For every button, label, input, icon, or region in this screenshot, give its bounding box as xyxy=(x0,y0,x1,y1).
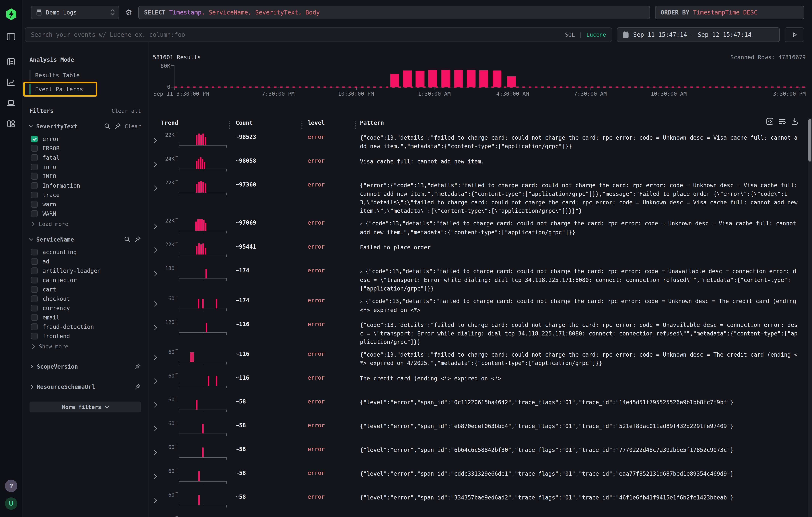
pattern-text[interactable]: {"level":"error","span_id":"334357bae9ed… xyxy=(355,492,806,502)
filter-option[interactable]: cart xyxy=(30,285,141,294)
expand-chevron-icon[interactable] xyxy=(153,516,161,517)
checkbox[interactable] xyxy=(31,323,38,330)
checkbox[interactable] xyxy=(31,164,38,170)
expand-chevron-icon[interactable] xyxy=(153,444,161,456)
pattern-row[interactable]: 60 ~116 error The credit card (ending <*… xyxy=(153,370,806,394)
checkbox[interactable] xyxy=(31,173,38,180)
filter-option[interactable]: ERROR xyxy=(30,144,141,153)
pattern-text[interactable]: {"code":13,"details":"failed to charge c… xyxy=(355,349,806,368)
expand-chevron-icon[interactable] xyxy=(153,180,161,192)
filter-option[interactable]: error xyxy=(30,134,141,144)
pattern-row[interactable]: 120 ~116 error {"code":13,"details":"fai… xyxy=(153,317,806,346)
pattern-row[interactable]: 60 ~58 error {"level":"error","span_id":… xyxy=(153,394,806,418)
pattern-text[interactable]: ×{"code":13,"details":"failed to charge … xyxy=(355,265,806,293)
checkbox[interactable] xyxy=(31,286,38,293)
laptop-icon[interactable] xyxy=(6,98,17,108)
checkbox[interactable] xyxy=(31,277,38,283)
pin-icon[interactable] xyxy=(134,236,141,243)
checkbox[interactable] xyxy=(31,314,38,321)
time-range-picker[interactable]: Sep 11 15:47:14 - Sep 12 15:47:14 xyxy=(617,27,780,42)
pattern-row[interactable]: 60 ~58 error {"level":"error","span_id":… xyxy=(153,418,806,441)
expand-chevron-icon[interactable] xyxy=(153,218,161,230)
mode-lucene[interactable]: Lucene xyxy=(586,31,606,38)
clear-all-link[interactable]: Clear all xyxy=(112,108,141,114)
expand-chevron-icon[interactable] xyxy=(153,349,161,361)
panel-collapse-icon[interactable] xyxy=(6,32,17,42)
pattern-row[interactable]: 22K ~97069 error ×{"code":13,"details":"… xyxy=(153,215,806,239)
filter-option[interactable]: accounting xyxy=(30,248,141,257)
histogram-bar[interactable] xyxy=(415,71,424,87)
gear-icon[interactable]: ⚙ xyxy=(124,8,133,17)
checkbox[interactable] xyxy=(31,145,38,152)
histogram-bar[interactable] xyxy=(403,70,412,87)
pattern-row[interactable]: 60 ~58 error {"level":"error","span_id":… xyxy=(153,441,806,465)
run-query-button[interactable] xyxy=(785,27,804,42)
severity-group-name[interactable]: SeverityText xyxy=(36,123,77,130)
pattern-row[interactable]: 22K ~95441 error Failed to place order xyxy=(153,239,806,263)
scrollbar[interactable] xyxy=(808,118,812,517)
pattern-row[interactable]: 60 ~58 error {"level":"error","span_id":… xyxy=(153,489,806,513)
filter-option[interactable]: info xyxy=(30,162,141,172)
filter-option[interactable]: artillery-loadgen xyxy=(30,266,141,276)
severity-clear-link[interactable]: Clear xyxy=(124,123,141,130)
pattern-row[interactable]: 60 ~58 error {"level":"error","span_id":… xyxy=(153,513,806,517)
filter-option[interactable]: INFO xyxy=(30,172,141,181)
help-button[interactable]: ? xyxy=(5,480,17,492)
severity-load-more[interactable]: Load more xyxy=(31,221,141,227)
filter-option[interactable]: ad xyxy=(30,257,141,266)
pattern-row[interactable]: 60 ~174 error ×{"code":13,"details":"fai… xyxy=(153,293,806,317)
pattern-text[interactable]: {"level":"error","span_id":"6b64c6c58842… xyxy=(355,444,806,454)
filter-group-scopeversion[interactable]: ScopeVersion xyxy=(30,363,141,370)
expand-chevron-icon[interactable] xyxy=(153,492,161,504)
expand-chevron-icon[interactable] xyxy=(153,295,161,308)
expand-chevron-icon[interactable] xyxy=(153,241,161,254)
pattern-text[interactable]: ×{"code":13,"details":"failed to charge … xyxy=(355,295,806,314)
histogram-bar[interactable] xyxy=(441,70,450,87)
mode-event-patterns[interactable]: Event Patterns xyxy=(30,84,96,95)
code-icon[interactable] xyxy=(766,118,774,125)
search-input[interactable]: Search your events w/ Lucene ex. column:… xyxy=(25,27,612,42)
filter-option[interactable]: checkout xyxy=(30,294,141,304)
results-histogram[interactable]: 80K 0 xyxy=(153,65,806,87)
expand-chevron-icon[interactable] xyxy=(153,265,161,278)
expand-chevron-icon[interactable] xyxy=(153,132,161,144)
expand-chevron-icon[interactable] xyxy=(153,468,161,480)
pattern-text[interactable]: {"level":"error","span_id":"cddc331329e6… xyxy=(355,468,806,478)
filter-option[interactable]: fatal xyxy=(30,153,141,162)
search-icon[interactable] xyxy=(124,236,130,243)
pin-icon[interactable] xyxy=(134,363,141,370)
checkbox[interactable] xyxy=(31,201,38,208)
chevron-down-icon[interactable] xyxy=(29,237,33,241)
filter-option[interactable]: trace xyxy=(30,190,141,200)
checkbox[interactable] xyxy=(31,136,38,142)
dashboard-icon[interactable] xyxy=(6,119,17,129)
pattern-text[interactable]: ×{"code":13,"details":"failed to charge … xyxy=(355,218,806,237)
service-show-more[interactable]: Show more xyxy=(31,343,141,350)
line-chart-icon[interactable] xyxy=(6,77,17,87)
pattern-text[interactable]: {"level":"error","span_id":"eb870ecef063… xyxy=(355,421,806,431)
pattern-text[interactable]: Failed to place order xyxy=(355,241,806,252)
download-icon[interactable] xyxy=(791,118,799,125)
mode-sql[interactable]: SQL xyxy=(565,31,575,38)
filter-option[interactable]: Information xyxy=(30,181,141,190)
filter-option[interactable]: cainjector xyxy=(30,276,141,285)
chevron-down-icon[interactable] xyxy=(29,123,33,128)
order-by-input[interactable]: ORDER BY TimestampTime DESC xyxy=(655,6,804,19)
checkbox[interactable] xyxy=(31,305,38,312)
expand-chevron-icon[interactable] xyxy=(153,421,161,433)
checkbox[interactable] xyxy=(31,182,38,189)
avatar[interactable]: U xyxy=(5,497,17,510)
histogram-bar[interactable] xyxy=(428,70,437,87)
filter-option[interactable]: WARN xyxy=(30,209,141,218)
checkbox[interactable] xyxy=(31,249,38,255)
histogram-bar[interactable] xyxy=(479,70,488,87)
checkbox[interactable] xyxy=(31,258,38,265)
col-pattern[interactable]: Pattern xyxy=(355,119,806,126)
expand-chevron-icon[interactable] xyxy=(153,397,161,409)
scrollbar-thumb[interactable] xyxy=(808,119,811,162)
filter-option[interactable]: frontend xyxy=(30,332,141,341)
pattern-text[interactable]: {"error":{"code":13,"details":"failed to… xyxy=(355,180,806,215)
expand-chevron-icon[interactable] xyxy=(153,373,161,385)
filter-option[interactable]: warn xyxy=(30,200,141,209)
logs-icon[interactable] xyxy=(6,56,17,67)
